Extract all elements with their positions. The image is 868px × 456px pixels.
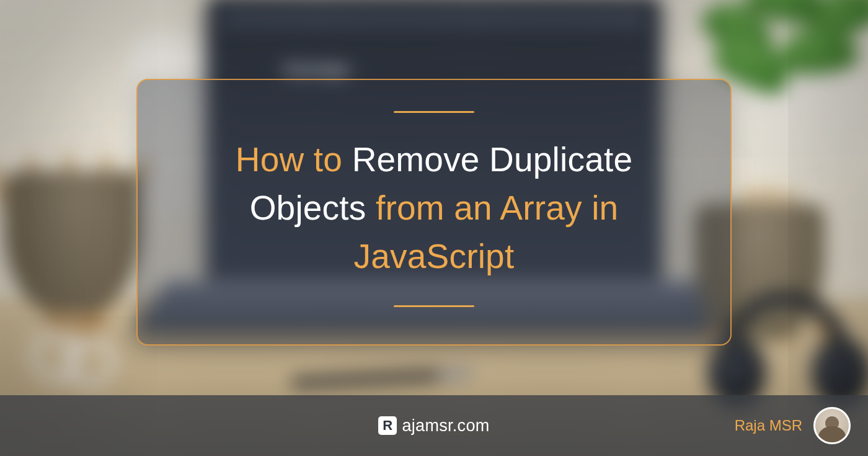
author-name: Raja MSR bbox=[735, 417, 802, 434]
divider-bottom bbox=[394, 305, 474, 307]
title-part-3: from an Array in JavaScript bbox=[354, 189, 619, 275]
hero-title: How to Remove Duplicate Objects from an … bbox=[181, 135, 687, 280]
brand-text: ajamsr.com bbox=[402, 416, 489, 436]
footer-bar: Rajamsr.com Raja MSR bbox=[0, 395, 868, 456]
author-block: Raja MSR bbox=[735, 395, 851, 456]
brand-logo-icon: R bbox=[378, 416, 397, 435]
site-brand: Rajamsr.com bbox=[378, 416, 489, 436]
desk-rings bbox=[30, 331, 135, 390]
blog-hero-image: Davatge How to Remove Duplicate Objects … bbox=[0, 0, 868, 456]
pencil-cup-left bbox=[4, 171, 141, 315]
title-card: How to Remove Duplicate Objects from an … bbox=[136, 79, 732, 346]
divider-top bbox=[394, 111, 474, 113]
laptop-screen-text: Davatge bbox=[285, 60, 350, 81]
author-avatar bbox=[813, 407, 851, 444]
title-part-1: How to bbox=[236, 140, 342, 179]
